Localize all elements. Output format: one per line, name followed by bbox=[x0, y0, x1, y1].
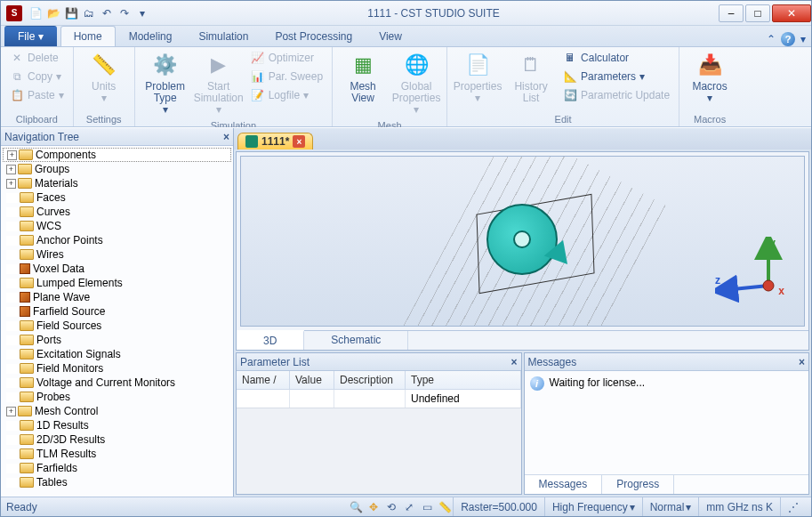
view-tab-3d[interactable]: 3D bbox=[237, 330, 304, 350]
tree-item[interactable]: TLM Results bbox=[3, 447, 231, 461]
view-tab-schematic[interactable]: Schematic bbox=[304, 331, 408, 350]
tree-item[interactable]: Curves bbox=[3, 205, 231, 219]
qat-dropdown-icon[interactable]: ▾ bbox=[134, 5, 150, 21]
tab-post-processing[interactable]: Post Processing bbox=[261, 26, 366, 46]
tree-item[interactable]: Voltage and Current Monitors bbox=[3, 376, 231, 390]
tree-item[interactable]: 1D Results bbox=[3, 418, 231, 432]
ribbon-help[interactable]: ⌃ ? ▾ bbox=[761, 32, 811, 46]
tree-item[interactable]: Voxel Data bbox=[3, 262, 231, 276]
parameters-button[interactable]: 📐Parameters ▾ bbox=[559, 68, 673, 85]
status-frequency[interactable]: High Frequency▾ bbox=[544, 497, 642, 516]
paste-button[interactable]: 📋Paste ▾ bbox=[6, 86, 68, 104]
units-button[interactable]: 📏 Units▾ bbox=[79, 49, 129, 106]
tab-view[interactable]: View bbox=[366, 26, 415, 46]
minimize-button[interactable]: – bbox=[719, 4, 744, 22]
par-sweep-button[interactable]: 📊Par. Sweep bbox=[247, 68, 326, 85]
status-raster[interactable]: Raster=500.000 bbox=[453, 497, 544, 516]
parameter-row[interactable]: Undefined bbox=[237, 390, 521, 408]
group-settings: 📏 Units▾ Settings bbox=[74, 47, 135, 126]
status-normal[interactable]: Normal▾ bbox=[642, 497, 699, 516]
calculator-button[interactable]: 🖩Calculator bbox=[559, 49, 673, 67]
expand-icon[interactable]: + bbox=[7, 150, 17, 160]
document-tab[interactable]: 1111* × bbox=[237, 133, 313, 149]
measure-icon[interactable]: 📏 bbox=[437, 500, 453, 514]
start-simulation-button[interactable]: ▶ Start Simulation▾ bbox=[194, 49, 244, 118]
expand-icon[interactable]: + bbox=[6, 179, 16, 189]
tree-item[interactable]: Faces bbox=[3, 190, 231, 205]
parametric-update-button[interactable]: 🔄Parametric Update bbox=[559, 86, 673, 104]
tree-item[interactable]: Probes bbox=[3, 390, 231, 404]
chevron-down-icon: ▾ bbox=[800, 33, 806, 45]
new-icon[interactable]: 📄 bbox=[28, 5, 44, 21]
tab-file[interactable]: File ▾ bbox=[4, 26, 57, 46]
zoom-icon[interactable]: ⤢ bbox=[401, 500, 417, 514]
tree-item[interactable]: Ports bbox=[3, 333, 231, 347]
redo-icon[interactable]: ↷ bbox=[117, 5, 133, 21]
close-panel-icon[interactable]: × bbox=[799, 356, 805, 368]
pan-icon[interactable]: ✥ bbox=[366, 500, 382, 514]
tree-item[interactable]: +Materials bbox=[3, 176, 231, 190]
expand-icon[interactable]: + bbox=[6, 407, 16, 416]
window-title: 1111 - CST STUDIO SUITE bbox=[150, 7, 717, 20]
status-resize-grip[interactable]: ⋰ bbox=[780, 497, 806, 516]
tab-progress[interactable]: Progress bbox=[602, 475, 674, 494]
tab-modeling[interactable]: Modeling bbox=[116, 26, 186, 46]
macros-button[interactable]: 📥 Macros▾ bbox=[685, 49, 735, 106]
tree-item[interactable]: +Groups bbox=[3, 162, 231, 176]
undo-icon[interactable]: ↶ bbox=[99, 5, 115, 21]
history-list-button[interactable]: 🗒 History List bbox=[506, 49, 556, 106]
parameters-icon: 📐 bbox=[563, 69, 577, 84]
problem-type-button[interactable]: ⚙️ Problem Type▾ bbox=[141, 49, 190, 118]
close-document-icon[interactable]: × bbox=[293, 135, 305, 148]
help-icon[interactable]: ? bbox=[781, 32, 795, 46]
collapse-ribbon-icon[interactable]: ⌃ bbox=[767, 33, 776, 45]
expand-icon bbox=[6, 335, 18, 345]
close-button[interactable]: ✕ bbox=[772, 4, 811, 22]
rotate-icon[interactable]: ⟲ bbox=[383, 500, 399, 514]
col-name[interactable]: Name / bbox=[237, 371, 290, 389]
3d-viewport[interactable]: y z x bbox=[240, 156, 805, 327]
svg-point-2 bbox=[763, 280, 774, 291]
tree-item[interactable]: Field Monitors bbox=[3, 361, 231, 376]
mesh-view-button[interactable]: ▦ Mesh View bbox=[338, 49, 388, 106]
navigation-tree[interactable]: +Components+Groups+MaterialsFacesCurvesW… bbox=[1, 146, 233, 497]
folder-icon bbox=[20, 221, 34, 231]
col-description[interactable]: Description bbox=[334, 371, 406, 389]
tree-item[interactable]: Tables bbox=[3, 475, 231, 489]
properties-button[interactable]: 📄 Properties▾ bbox=[453, 49, 502, 106]
select-icon[interactable]: ▭ bbox=[419, 500, 435, 514]
save-all-icon[interactable]: 🗂 bbox=[81, 5, 97, 21]
logfile-button[interactable]: 📝Logfile ▾ bbox=[247, 86, 326, 104]
tab-home[interactable]: Home bbox=[60, 26, 116, 46]
copy-button[interactable]: ⧉Copy ▾ bbox=[6, 68, 68, 85]
tab-simulation[interactable]: Simulation bbox=[185, 26, 261, 46]
save-icon[interactable]: 💾 bbox=[63, 5, 79, 21]
tree-item[interactable]: 2D/3D Results bbox=[3, 432, 231, 447]
zoom-extents-icon[interactable]: 🔍 bbox=[348, 500, 364, 514]
col-value[interactable]: Value bbox=[290, 371, 334, 389]
close-panel-icon[interactable]: × bbox=[223, 131, 229, 143]
tree-item[interactable]: Field Sources bbox=[3, 319, 231, 333]
tree-item[interactable]: Wires bbox=[3, 247, 231, 262]
col-type[interactable]: Type bbox=[406, 371, 521, 389]
tab-messages[interactable]: Messages bbox=[525, 475, 603, 494]
tree-item[interactable]: Farfields bbox=[3, 461, 231, 475]
tree-item[interactable]: Plane Wave bbox=[3, 290, 231, 304]
tree-item[interactable]: +Mesh Control bbox=[3, 404, 231, 418]
delete-button[interactable]: ✕Delete bbox=[6, 49, 68, 67]
status-units[interactable]: mm GHz ns K bbox=[698, 497, 780, 516]
parameter-body[interactable]: Undefined bbox=[237, 390, 521, 494]
maximize-button[interactable]: □ bbox=[745, 4, 770, 22]
global-properties-button[interactable]: 🌐 Global Properties▾ bbox=[391, 49, 441, 118]
optimizer-button[interactable]: 📈Optimizer bbox=[247, 49, 326, 67]
open-icon[interactable]: 📂 bbox=[45, 5, 61, 21]
expand-icon[interactable]: + bbox=[6, 165, 16, 174]
close-panel-icon[interactable]: × bbox=[511, 356, 517, 368]
tree-item[interactable]: Lumped Elements bbox=[3, 276, 231, 290]
tree-item[interactable]: +Components bbox=[3, 148, 231, 162]
tree-item[interactable]: WCS bbox=[3, 219, 231, 233]
tree-item[interactable]: Farfield Source bbox=[3, 304, 231, 319]
tree-item[interactable]: Anchor Points bbox=[3, 233, 231, 247]
paste-icon: 📋 bbox=[10, 88, 24, 102]
tree-item[interactable]: Excitation Signals bbox=[3, 347, 231, 361]
